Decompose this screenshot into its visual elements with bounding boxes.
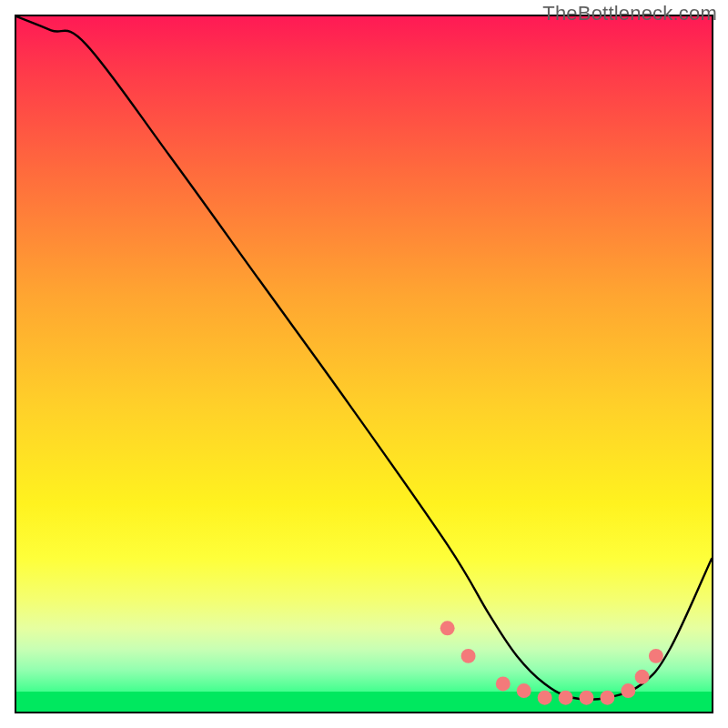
marker-dot: [635, 670, 650, 684]
bottleneck-curve: [16, 16, 712, 700]
marker-dot: [461, 649, 476, 663]
marker-dot: [517, 683, 531, 698]
marker-dot: [649, 649, 663, 663]
marker-dot: [600, 691, 614, 705]
marker-dot: [559, 691, 573, 705]
curve-layer: [16, 16, 712, 712]
watermark-text: TheBottleneck.com: [542, 2, 717, 25]
chart-area: [15, 15, 713, 713]
marker-dot: [440, 621, 455, 635]
marker-dots: [440, 621, 663, 704]
marker-dot: [496, 676, 511, 691]
marker-dot: [538, 691, 552, 705]
marker-dot: [580, 691, 594, 705]
marker-dot: [621, 683, 635, 698]
